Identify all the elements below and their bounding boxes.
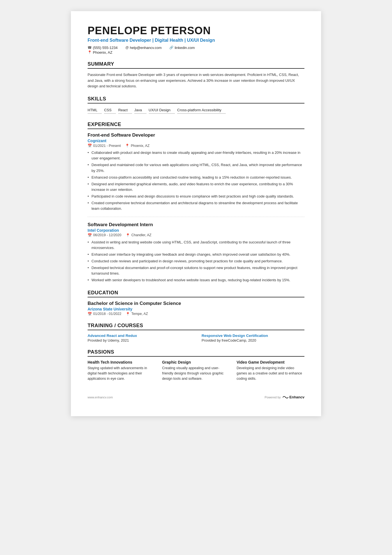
- passion-title: Video Game Development: [237, 360, 304, 364]
- summary-text: Passionate Front-end Software Developer …: [88, 72, 304, 89]
- education-section: EDUCATION Bachelor of Science in Compute…: [88, 290, 304, 316]
- skills-title: SKILLS: [88, 96, 304, 103]
- bullet-item: Developed technical documentation and pr…: [88, 265, 304, 276]
- job-title: Software Development Intern: [88, 222, 304, 228]
- location-contact: 📍 Phoenix, AZ: [88, 50, 112, 55]
- skill-item: Cross-platform Accessibility: [177, 107, 226, 114]
- course-provider: Provided by freeCodeCamp, 2020: [202, 338, 304, 342]
- course-name: Advanced React and Redux: [88, 334, 190, 338]
- resume-document: PENELOPE PETERSON Front-end Software Dev…: [71, 11, 321, 416]
- enhancv-logo: Enhancv: [282, 395, 304, 399]
- job-meta: 📅 06/2019 - 12/2020 📍 Chandler, AZ: [88, 233, 304, 237]
- email-contact: @ help@enhancv.com: [125, 46, 162, 50]
- phone-contact: ☎ (555) 555-1234: [88, 46, 118, 50]
- passion-text: Developing and designing indie video gam…: [237, 366, 304, 382]
- job-company: Intel Corporation: [88, 228, 304, 233]
- footer: www.enhancv.com Powered by Enhancv: [88, 395, 304, 399]
- summary-title: SUMMARY: [88, 61, 304, 69]
- linkedin-contact: 🔗 linkedin.com: [169, 46, 195, 50]
- bullet-item: Designed and implemented graphical eleme…: [88, 181, 304, 193]
- location-value: Phoenix, AZ: [93, 50, 112, 55]
- enhancv-brand-name: Enhancv: [289, 395, 304, 399]
- passions-grid: Health Tech Innovations Staying updated …: [88, 360, 304, 382]
- passion-text: Creating visually appealing and user-fri…: [162, 366, 230, 382]
- email-icon: @: [125, 46, 129, 50]
- job-location: 📍 Chandler, AZ: [126, 233, 151, 237]
- job-meta: 📅 01/2021 - Present 📍 Phoenix, AZ: [88, 144, 304, 148]
- course-item: Advanced React and Redux Provided by Ude…: [88, 334, 190, 342]
- education-title: EDUCATION: [88, 290, 304, 297]
- bullet-item: Assisted in writing and testing website …: [88, 240, 304, 251]
- job-dates: 📅 06/2019 - 12/2020: [88, 233, 121, 237]
- skill-item: React: [118, 107, 132, 114]
- location-icon: 📍: [125, 144, 130, 148]
- edu-degree: Bachelor of Science in Computer Science: [88, 301, 304, 306]
- footer-website: www.enhancv.com: [88, 396, 113, 399]
- job-location: 📍 Phoenix, AZ: [125, 144, 149, 148]
- bullet-item: Collaborated with product and design tea…: [88, 150, 304, 161]
- course-name: Responsive Web Design Certification: [202, 334, 304, 338]
- exp-divider: [88, 217, 304, 217]
- bullet-item: Conducted code reviews and participated …: [88, 258, 304, 264]
- phone-icon: ☎: [88, 46, 92, 50]
- passion-title: Health Tech Innovations: [88, 360, 155, 364]
- edu-location: 📍 Tempe, AZ: [126, 312, 148, 316]
- passion-item: Health Tech Innovations Staying updated …: [88, 360, 155, 382]
- calendar-icon: 📅: [88, 144, 92, 148]
- job-bullets: Assisted in writing and testing website …: [88, 240, 304, 283]
- email-value: help@enhancv.com: [130, 46, 162, 50]
- bullet-item: Enhanced cross-platform accessibility an…: [88, 175, 304, 180]
- skill-item: Java: [134, 107, 146, 114]
- summary-section: SUMMARY Passionate Front-end Software De…: [88, 61, 304, 89]
- bullet-item: Enhanced user interface by integrating u…: [88, 252, 304, 257]
- bullet-item: Worked with senior developers to trouble…: [88, 277, 304, 283]
- training-title: TRAINING / COURSES: [88, 323, 304, 330]
- phone-value: (555) 555-1234: [93, 46, 118, 50]
- bullet-item: Participated in code reviews and design …: [88, 194, 304, 199]
- location-icon: 📍: [88, 50, 92, 54]
- linkedin-value: linkedin.com: [175, 46, 195, 50]
- job-entry: Front-end Software Developer Cognizant 📅…: [88, 132, 304, 211]
- link-icon: 🔗: [169, 46, 173, 50]
- experience-title: EXPERIENCE: [88, 122, 304, 129]
- job-bullets: Collaborated with product and design tea…: [88, 150, 304, 211]
- edu-school: Arizona State University: [88, 307, 304, 311]
- bullet-item: Created comprehensive technical document…: [88, 200, 304, 211]
- experience-section: EXPERIENCE Front-end Software Developer …: [88, 122, 304, 283]
- calendar-icon: 📅: [88, 233, 92, 237]
- skill-item: HTML: [88, 107, 102, 114]
- jobs-container: Front-end Software Developer Cognizant 📅…: [88, 132, 304, 283]
- candidate-title: Front-end Software Developer | Digital H…: [88, 38, 304, 43]
- edu-dates: 📅 01/2018 - 01/2022: [88, 312, 121, 316]
- skill-item: UX/UI Design: [149, 107, 175, 114]
- footer-powered-by: Powered by Enhancv: [265, 395, 304, 399]
- job-company: Cognizant: [88, 139, 304, 143]
- course-item: Responsive Web Design Certification Prov…: [202, 334, 304, 342]
- powered-by-label: Powered by: [265, 396, 281, 399]
- enhancv-icon: [282, 395, 289, 399]
- contact-row-2: 📍 Phoenix, AZ: [88, 50, 304, 55]
- header-section: PENELOPE PETERSON Front-end Software Dev…: [88, 25, 304, 55]
- passions-section: PASSIONS Health Tech Innovations Staying…: [88, 349, 304, 382]
- passion-item: Graphic Design Creating visually appeali…: [162, 360, 230, 382]
- job-title: Front-end Software Developer: [88, 132, 304, 138]
- passion-item: Video Game Development Developing and de…: [237, 360, 304, 382]
- skills-list: HTMLCSSReactJavaUX/UI DesignCross-platfo…: [88, 107, 304, 115]
- contact-row-1: ☎ (555) 555-1234 @ help@enhancv.com 🔗 li…: [88, 46, 304, 50]
- passion-title: Graphic Design: [162, 360, 230, 364]
- passion-text: Staying updated with advancements in dig…: [88, 366, 155, 382]
- job-dates: 📅 01/2021 - Present: [88, 144, 121, 148]
- job-entry: Software Development Intern Intel Corpor…: [88, 222, 304, 283]
- bullet-item: Developed and maintained code for variou…: [88, 162, 304, 173]
- edu-meta: 📅 01/2018 - 01/2022 📍 Tempe, AZ: [88, 312, 304, 316]
- courses-grid: Advanced React and Redux Provided by Ude…: [88, 334, 304, 342]
- location-icon: 📍: [126, 312, 130, 316]
- location-icon: 📍: [126, 233, 130, 237]
- skill-item: CSS: [104, 107, 116, 114]
- training-section: TRAINING / COURSES Advanced React and Re…: [88, 323, 304, 342]
- course-provider: Provided by Udemy, 2021: [88, 338, 190, 342]
- calendar-icon: 📅: [88, 312, 92, 316]
- passions-title: PASSIONS: [88, 349, 304, 357]
- skills-section: SKILLS HTMLCSSReactJavaUX/UI DesignCross…: [88, 96, 304, 115]
- candidate-name: PENELOPE PETERSON: [88, 25, 304, 37]
